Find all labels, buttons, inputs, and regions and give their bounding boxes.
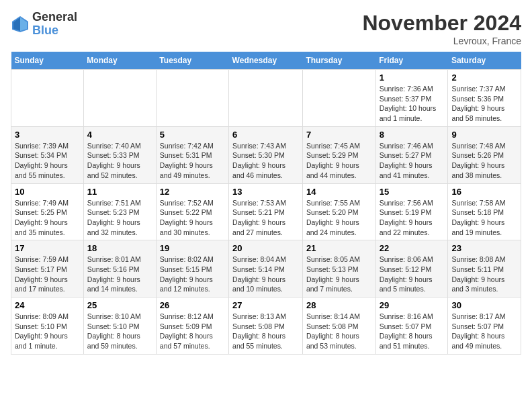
day-info: Sunrise: 7:37 AM Sunset: 5:36 PM Dayligh… <box>451 84 517 124</box>
day-number: 14 <box>306 187 372 197</box>
calendar-cell: 27Sunrise: 8:13 AM Sunset: 5:08 PM Dayli… <box>229 298 303 355</box>
calendar-cell: 29Sunrise: 8:16 AM Sunset: 5:07 PM Dayli… <box>375 298 448 355</box>
day-number: 26 <box>160 300 225 310</box>
day-number: 19 <box>160 243 225 253</box>
day-number: 4 <box>87 130 152 140</box>
day-number: 7 <box>306 130 372 140</box>
logo-blue-text: Blue <box>32 24 58 37</box>
calendar-cell <box>302 70 375 127</box>
day-number: 10 <box>15 187 80 197</box>
calendar-cell: 18Sunrise: 8:01 AM Sunset: 5:16 PM Dayli… <box>83 240 156 298</box>
calendar-cell: 13Sunrise: 7:53 AM Sunset: 5:21 PM Dayli… <box>229 183 303 240</box>
weekday-header: Friday <box>375 52 448 70</box>
day-info: Sunrise: 7:52 AM Sunset: 5:22 PM Dayligh… <box>160 198 225 238</box>
calendar-cell: 12Sunrise: 7:52 AM Sunset: 5:22 PM Dayli… <box>156 183 228 240</box>
logo-icon <box>11 15 30 34</box>
weekday-header: Monday <box>83 52 156 70</box>
day-number: 30 <box>451 300 517 310</box>
calendar-cell: 16Sunrise: 7:58 AM Sunset: 5:18 PM Dayli… <box>448 183 521 240</box>
day-number: 2 <box>451 73 517 83</box>
calendar-header: SundayMondayTuesdayWednesdayThursdayFrid… <box>11 52 521 70</box>
calendar-cell: 26Sunrise: 8:12 AM Sunset: 5:09 PM Dayli… <box>156 298 228 355</box>
day-number: 20 <box>232 243 299 253</box>
location: Levroux, France <box>362 36 521 46</box>
header: General Blue November 2024 Levroux, Fran… <box>11 11 521 46</box>
day-info: Sunrise: 7:46 AM Sunset: 5:27 PM Dayligh… <box>380 141 445 181</box>
day-info: Sunrise: 8:04 AM Sunset: 5:14 PM Dayligh… <box>232 255 299 294</box>
day-info: Sunrise: 7:49 AM Sunset: 5:25 PM Dayligh… <box>15 198 80 238</box>
day-number: 29 <box>380 300 445 310</box>
calendar-cell: 14Sunrise: 7:55 AM Sunset: 5:20 PM Dayli… <box>302 183 375 240</box>
day-number: 25 <box>87 300 152 310</box>
calendar-cell: 8Sunrise: 7:46 AM Sunset: 5:27 PM Daylig… <box>375 126 448 183</box>
day-number: 18 <box>87 243 152 253</box>
calendar-cell: 23Sunrise: 8:08 AM Sunset: 5:11 PM Dayli… <box>448 240 521 298</box>
calendar-cell <box>83 70 156 127</box>
weekday-header: Sunday <box>11 52 84 70</box>
day-info: Sunrise: 8:12 AM Sunset: 5:09 PM Dayligh… <box>160 312 225 351</box>
day-number: 11 <box>87 187 152 197</box>
day-info: Sunrise: 7:42 AM Sunset: 5:31 PM Dayligh… <box>160 141 225 181</box>
calendar-cell: 19Sunrise: 8:02 AM Sunset: 5:15 PM Dayli… <box>156 240 228 298</box>
calendar-cell: 21Sunrise: 8:05 AM Sunset: 5:13 PM Dayli… <box>302 240 375 298</box>
day-number: 13 <box>232 187 299 197</box>
day-info: Sunrise: 8:10 AM Sunset: 5:10 PM Dayligh… <box>87 312 152 351</box>
calendar-cell: 17Sunrise: 7:59 AM Sunset: 5:17 PM Dayli… <box>11 240 84 298</box>
day-number: 22 <box>380 243 445 253</box>
day-info: Sunrise: 7:58 AM Sunset: 5:18 PM Dayligh… <box>451 198 517 238</box>
weekday-header: Tuesday <box>156 52 228 70</box>
day-info: Sunrise: 8:13 AM Sunset: 5:08 PM Dayligh… <box>232 312 299 351</box>
day-info: Sunrise: 8:06 AM Sunset: 5:12 PM Dayligh… <box>380 255 445 294</box>
calendar-cell <box>229 70 303 127</box>
day-info: Sunrise: 8:17 AM Sunset: 5:07 PM Dayligh… <box>451 312 517 351</box>
day-number: 24 <box>15 300 80 310</box>
weekday-header: Saturday <box>448 52 521 70</box>
calendar-cell: 6Sunrise: 7:43 AM Sunset: 5:30 PM Daylig… <box>229 126 303 183</box>
day-number: 23 <box>451 243 517 253</box>
calendar-cell: 20Sunrise: 8:04 AM Sunset: 5:14 PM Dayli… <box>229 240 303 298</box>
logo: General Blue <box>11 11 77 38</box>
day-info: Sunrise: 7:55 AM Sunset: 5:20 PM Dayligh… <box>306 198 372 238</box>
calendar-cell <box>156 70 228 127</box>
weekday-header: Thursday <box>302 52 375 70</box>
weekday-header: Wednesday <box>229 52 303 70</box>
day-number: 9 <box>451 130 517 140</box>
calendar-cell: 11Sunrise: 7:51 AM Sunset: 5:23 PM Dayli… <box>83 183 156 240</box>
logo-general-text: General <box>32 10 77 24</box>
calendar-cell: 10Sunrise: 7:49 AM Sunset: 5:25 PM Dayli… <box>11 183 84 240</box>
day-info: Sunrise: 7:39 AM Sunset: 5:34 PM Dayligh… <box>15 141 80 181</box>
day-number: 5 <box>160 130 225 140</box>
month-title: November 2024 <box>362 11 521 36</box>
day-info: Sunrise: 7:40 AM Sunset: 5:33 PM Dayligh… <box>87 141 152 181</box>
day-info: Sunrise: 7:56 AM Sunset: 5:19 PM Dayligh… <box>380 198 445 238</box>
calendar-cell: 25Sunrise: 8:10 AM Sunset: 5:10 PM Dayli… <box>83 298 156 355</box>
calendar-cell <box>11 70 84 127</box>
day-info: Sunrise: 7:36 AM Sunset: 5:37 PM Dayligh… <box>380 84 445 124</box>
day-number: 12 <box>160 187 225 197</box>
calendar-cell: 7Sunrise: 7:45 AM Sunset: 5:29 PM Daylig… <box>302 126 375 183</box>
calendar-cell: 24Sunrise: 8:09 AM Sunset: 5:10 PM Dayli… <box>11 298 84 355</box>
day-info: Sunrise: 7:59 AM Sunset: 5:17 PM Dayligh… <box>15 255 80 294</box>
calendar-cell: 3Sunrise: 7:39 AM Sunset: 5:34 PM Daylig… <box>11 126 84 183</box>
calendar-cell: 5Sunrise: 7:42 AM Sunset: 5:31 PM Daylig… <box>156 126 228 183</box>
day-number: 21 <box>306 243 372 253</box>
day-info: Sunrise: 8:09 AM Sunset: 5:10 PM Dayligh… <box>15 312 80 351</box>
calendar-cell: 1Sunrise: 7:36 AM Sunset: 5:37 PM Daylig… <box>375 70 448 127</box>
day-number: 3 <box>15 130 80 140</box>
day-info: Sunrise: 8:08 AM Sunset: 5:11 PM Dayligh… <box>451 255 517 294</box>
day-number: 1 <box>380 73 445 83</box>
calendar-cell: 28Sunrise: 8:14 AM Sunset: 5:08 PM Dayli… <box>302 298 375 355</box>
calendar-cell: 15Sunrise: 7:56 AM Sunset: 5:19 PM Dayli… <box>375 183 448 240</box>
day-number: 17 <box>15 243 80 253</box>
calendar-table: SundayMondayTuesdayWednesdayThursdayFrid… <box>11 52 521 355</box>
day-info: Sunrise: 7:48 AM Sunset: 5:26 PM Dayligh… <box>451 141 517 181</box>
day-number: 15 <box>380 187 445 197</box>
calendar-cell: 22Sunrise: 8:06 AM Sunset: 5:12 PM Dayli… <box>375 240 448 298</box>
calendar-cell: 2Sunrise: 7:37 AM Sunset: 5:36 PM Daylig… <box>448 70 521 127</box>
day-info: Sunrise: 7:43 AM Sunset: 5:30 PM Dayligh… <box>232 141 299 181</box>
day-number: 28 <box>306 300 372 310</box>
day-info: Sunrise: 7:45 AM Sunset: 5:29 PM Dayligh… <box>306 141 372 181</box>
day-info: Sunrise: 7:53 AM Sunset: 5:21 PM Dayligh… <box>232 198 299 238</box>
calendar-cell: 4Sunrise: 7:40 AM Sunset: 5:33 PM Daylig… <box>83 126 156 183</box>
calendar-cell: 9Sunrise: 7:48 AM Sunset: 5:26 PM Daylig… <box>448 126 521 183</box>
